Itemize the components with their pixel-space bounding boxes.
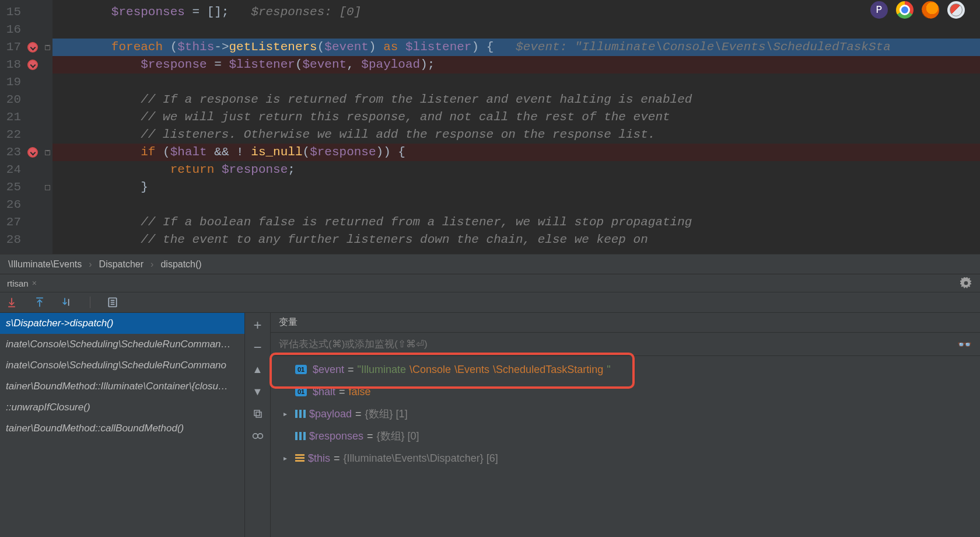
- code-line[interactable]: // listeners. Otherwise we will add the …: [52, 126, 980, 144]
- escape-seq: \Events: [454, 364, 489, 376]
- step-out-icon[interactable]: [34, 297, 46, 308]
- code-line[interactable]: // we will just return this response, an…: [52, 109, 980, 126]
- safari-icon[interactable]: [947, 1, 965, 19]
- array-type-icon: [295, 432, 306, 440]
- variables-toolbar: + − ▲ ▼: [245, 313, 271, 537]
- breakpoint-icon[interactable]: [27, 42, 38, 53]
- glasses-icon[interactable]: 👓: [957, 337, 972, 351]
- stack-frame[interactable]: ::unwrapIfClosure(): [0, 397, 244, 418]
- stack-frame[interactable]: s\Dispatcher->dispatch(): [0, 313, 244, 334]
- stack-frame[interactable]: tainer\BoundMethod::Illuminate\Container…: [0, 376, 244, 397]
- debug-toolbar: [0, 292, 980, 313]
- gear-icon[interactable]: [960, 277, 972, 289]
- watch-icon[interactable]: [245, 430, 270, 442]
- close-icon[interactable]: ×: [32, 278, 37, 288]
- arrow-up-icon[interactable]: ▲: [245, 363, 270, 376]
- var-name: $event: [313, 364, 344, 376]
- minus-icon[interactable]: −: [245, 341, 270, 354]
- breakpoint-gutter[interactable]: [23, 0, 42, 254]
- ide-window: 1516171819202122232425262728 $responses …: [0, 0, 980, 537]
- code-line[interactable]: [52, 196, 980, 214]
- variables-title: 变量: [279, 316, 298, 329]
- var-responses-row[interactable]: $responses = {数组} [0]: [278, 425, 973, 447]
- equals: =: [348, 364, 354, 376]
- var-value: {数组} [0]: [377, 429, 419, 443]
- debug-panels: s\Dispatcher->dispatch()inate\Console\Sc…: [0, 313, 980, 537]
- plus-icon[interactable]: +: [245, 319, 270, 332]
- debug-tabs: rtisan ×: [0, 274, 980, 292]
- debug-panel: rtisan × s\Dispatcher->dispatch()inate\C…: [0, 274, 980, 537]
- var-name: $responses: [309, 430, 363, 442]
- step-into-icon[interactable]: [6, 297, 18, 308]
- code-line[interactable]: $response = $listener($event, $payload);: [52, 56, 980, 74]
- code-line[interactable]: $responses = []; $responses: [0]: [52, 4, 980, 21]
- code-line[interactable]: return $response;: [52, 161, 980, 179]
- equals: =: [339, 386, 345, 398]
- chevron-right-icon: ›: [150, 259, 153, 270]
- breadcrumb-class[interactable]: Dispatcher: [99, 259, 144, 270]
- var-name: $this: [308, 452, 330, 465]
- firefox-icon[interactable]: [922, 1, 939, 19]
- debug-tab-artisan[interactable]: rtisan ×: [5, 277, 39, 290]
- var-value: {Illuminate\Events\Dispatcher} [6]: [344, 452, 498, 465]
- code-line[interactable]: // If a boolean false is returned from a…: [52, 214, 980, 231]
- breakpoint-icon[interactable]: [27, 60, 38, 70]
- calculator-icon[interactable]: [107, 297, 118, 308]
- escape-seq: \Console: [410, 364, 451, 376]
- var-event-row[interactable]: 01 $event = "Illuminate\Console\Events\S…: [278, 358, 973, 381]
- code-line[interactable]: if ($halt && ! is_null($response)) {: [52, 144, 980, 161]
- var-name: $payload: [309, 408, 352, 420]
- evaluate-expression-row[interactable]: 👓: [271, 333, 980, 356]
- array-type-icon: [295, 410, 306, 418]
- breadcrumb[interactable]: \Illuminate\Events › Dispatcher › dispat…: [0, 254, 980, 274]
- var-name: $halt: [313, 386, 335, 398]
- toolbar-separator: [90, 297, 90, 308]
- var-halt-row[interactable]: 01 $halt = false: [278, 381, 973, 403]
- var-value-part: ": [607, 364, 610, 376]
- code-line[interactable]: }: [52, 179, 980, 196]
- fold-toggle-icon[interactable]: [45, 45, 50, 50]
- var-payload-row[interactable]: ▸ $payload = {数组} [1]: [278, 403, 973, 425]
- svg-rect-2: [254, 410, 260, 416]
- string-type-icon: 01: [295, 365, 307, 374]
- var-value: {数组} [1]: [365, 407, 408, 421]
- code-line[interactable]: [52, 21, 980, 39]
- escape-seq: \ScheduledTaskStarting: [493, 364, 603, 376]
- code-line[interactable]: [52, 74, 980, 91]
- arrow-down-icon[interactable]: ▼: [245, 385, 270, 398]
- run-to-cursor-icon[interactable]: [62, 297, 74, 308]
- code-line[interactable]: foreach ($this->getListeners($event) as …: [52, 39, 980, 56]
- var-value: false: [349, 386, 371, 398]
- evaluate-input[interactable]: [279, 339, 951, 350]
- stack-frame[interactable]: tainer\BoundMethod::callBoundMethod(): [0, 418, 244, 439]
- line-number-gutter: 1516171819202122232425262728: [0, 0, 23, 254]
- equals: =: [367, 430, 373, 442]
- bool-type-icon: 01: [295, 387, 307, 396]
- svg-point-3: [253, 434, 257, 438]
- chevron-right-icon[interactable]: ▸: [284, 410, 292, 418]
- chrome-icon[interactable]: [896, 1, 914, 19]
- fold-gutter[interactable]: [42, 0, 52, 254]
- copy-icon[interactable]: [245, 407, 270, 420]
- svg-point-4: [258, 434, 262, 438]
- svg-rect-1: [256, 412, 261, 417]
- var-this-row[interactable]: ▸ $this = {Illuminate\Events\Dispatcher}…: [278, 447, 973, 469]
- variables-panel: + − ▲ ▼ 变量 👓: [245, 313, 980, 537]
- fold-end-icon: [45, 185, 50, 190]
- equals: =: [355, 408, 362, 420]
- chevron-right-icon[interactable]: ▸: [284, 454, 292, 462]
- tab-label: rtisan: [7, 278, 29, 288]
- phpstorm-icon[interactable]: P: [870, 1, 888, 19]
- breadcrumb-method[interactable]: dispatch(): [160, 259, 201, 270]
- code-line[interactable]: // the event to any further listeners do…: [52, 231, 980, 249]
- stack-frame[interactable]: inate\Console\Scheduling\ScheduleRunComm…: [0, 355, 244, 376]
- stack-frame[interactable]: inate\Console\Scheduling\ScheduleRunComm…: [0, 334, 244, 355]
- variables-list[interactable]: 01 $event = "Illuminate\Console\Events\S…: [271, 356, 980, 537]
- code-editor[interactable]: $responses = []; $responses: [0] foreach…: [52, 0, 980, 254]
- frames-panel[interactable]: s\Dispatcher->dispatch()inate\Console\Sc…: [0, 313, 245, 537]
- breadcrumb-namespace[interactable]: \Illuminate\Events: [8, 259, 82, 270]
- breakpoint-icon[interactable]: [27, 147, 38, 158]
- code-line[interactable]: // If a response is returned from the li…: [52, 91, 980, 109]
- fold-toggle-icon[interactable]: [45, 150, 50, 155]
- chevron-right-icon: ›: [89, 259, 92, 270]
